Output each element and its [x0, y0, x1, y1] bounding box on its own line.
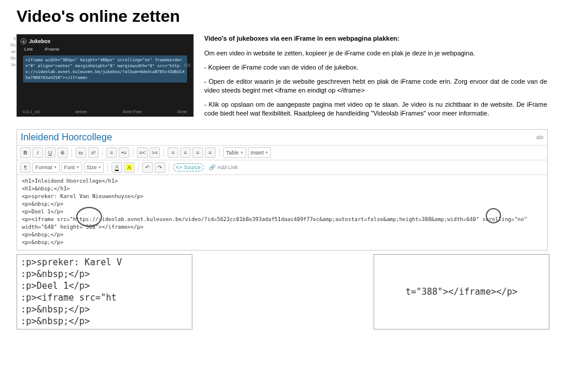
table-dropdown[interactable]: Table▾ — [223, 147, 246, 158]
ul-button[interactable]: •≡ — [119, 147, 129, 158]
align-justify-button[interactable]: ≡ — [205, 147, 215, 158]
source-button[interactable]: <> Source — [173, 163, 204, 172]
source-icon: <> — [176, 164, 182, 170]
editor-toolbar-1: B I U S x₂ x² ≡ •≡ ≡< >≡ ≡ ≡ ≡ ≡ Table▾ … — [17, 146, 547, 160]
zoom-right-screenshot: t="388"></iframe></p> — [374, 254, 549, 330]
editor-badge: abI — [536, 134, 544, 140]
step-1: - Kopieer de iFrame code van de video of… — [204, 63, 547, 72]
jukebox-side-labels: 5 Ro an 5ts bu — [9, 35, 16, 68]
instructions: Video's of jukeboxes via een iFrame in e… — [204, 34, 549, 123]
insert-dropdown[interactable]: Insert▾ — [248, 147, 271, 158]
strike-button[interactable]: S — [57, 147, 68, 158]
textcolor-button[interactable]: A — [112, 162, 122, 173]
format-dropdown[interactable]: Format▾ — [32, 162, 60, 173]
step-2: - Open de editor waarin je de website ge… — [204, 77, 547, 95]
top-row: 5 Ro an 5ts bu × Jukebox Link iFrame <if… — [17, 34, 549, 123]
add-link-button[interactable]: 🔗 Add Link — [209, 164, 238, 170]
link-icon: 🔗 — [209, 164, 215, 170]
subtitle: Video's of jukeboxes via een iFrame in e… — [204, 34, 547, 43]
annotation-circle-right — [486, 208, 501, 223]
editor-source-code[interactable]: <h1>Inleidend Hoorcollege</h1> <h1>&nbsp… — [17, 175, 547, 250]
italic-button[interactable]: I — [32, 147, 43, 158]
editor-toolbar-2: ¶ Format▾ Font▾ Size▾ A A ↶ ↷ <> Source … — [17, 160, 547, 175]
jukebox-num: 102 — [184, 63, 191, 67]
jukebox-iframe-code[interactable]: <iframe width="965px" height="468px" scr… — [23, 55, 187, 83]
annotation-circle-left — [76, 207, 102, 227]
tab-iframe[interactable]: iFrame — [45, 47, 60, 52]
zoom-row: :p>spreker: Karel V :p>&nbsp;</p> :p>Dee… — [17, 254, 549, 330]
jukebox-screenshot: × Jukebox Link iFrame <iframe width="965… — [17, 34, 194, 117]
tab-link[interactable]: Link — [24, 47, 33, 52]
subscript-button[interactable]: x₂ — [76, 147, 86, 158]
step-3: - Klik op opslaan om de aangepaste pagin… — [204, 100, 547, 118]
size-dropdown[interactable]: Size▾ — [84, 162, 104, 173]
page-title: Video's online zetten — [17, 7, 549, 26]
zoom-left-screenshot: :p>spreker: Karel V :p>&nbsp;</p> :p>Dee… — [17, 254, 192, 330]
font-dropdown[interactable]: Font▾ — [61, 162, 82, 173]
char-button[interactable]: ¶ — [20, 162, 31, 173]
redo-button[interactable]: ↷ — [155, 162, 165, 173]
editor-page-title: Inleidend Hoorcollege — [21, 132, 532, 143]
indent-button[interactable]: >≡ — [149, 147, 160, 158]
undo-button[interactable]: ↶ — [142, 162, 153, 173]
ol-button[interactable]: ≡ — [106, 147, 117, 158]
align-left-button[interactable]: ≡ — [168, 147, 178, 158]
bold-button[interactable]: B — [20, 147, 31, 158]
underline-button[interactable]: U — [45, 147, 55, 158]
editor-screenshot: Inleidend Hoorcollege abI B I U S x₂ x² … — [17, 129, 548, 251]
superscript-button[interactable]: x² — [88, 147, 99, 158]
bgcolor-button[interactable]: A — [124, 162, 135, 173]
close-icon[interactable]: × — [21, 38, 27, 44]
align-center-button[interactable]: ≡ — [180, 147, 191, 158]
jukebox-title: Jukebox — [29, 38, 51, 44]
jukebox-bottom-row: 6.6.1_vol amber Anne Fran Anne — [17, 110, 193, 114]
outdent-button[interactable]: ≡< — [137, 147, 148, 158]
align-right-button[interactable]: ≡ — [192, 147, 203, 158]
intro-text: Om een video in website te zetten, kopie… — [204, 49, 547, 58]
